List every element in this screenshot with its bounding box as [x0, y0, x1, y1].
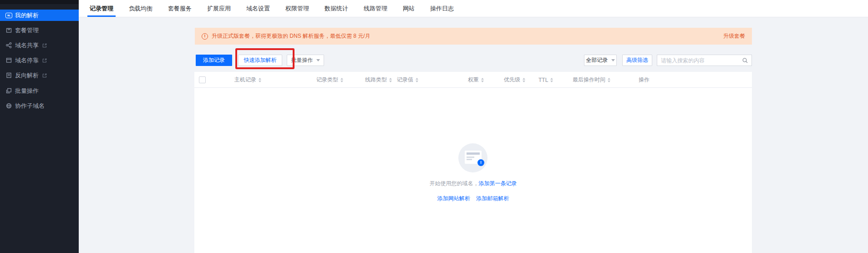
exclamation-badge: ! [477, 159, 484, 166]
sort-icon[interactable] [481, 78, 484, 82]
document-shape: ! [465, 151, 482, 164]
magnifier-icon[interactable] [742, 57, 748, 64]
copy-icon [5, 87, 12, 94]
quick-add-dns-button[interactable]: 快速添加解析 [238, 55, 282, 66]
sidebar-item-label: 域名共享 [15, 41, 39, 50]
column-host-record[interactable]: 主机记录 [234, 72, 261, 88]
sidebar-item-domain-parking[interactable]: 域名停靠 [0, 55, 79, 66]
search-input[interactable] [657, 57, 742, 64]
empty-state-links: 添加网站解析 添加邮箱解析 [194, 195, 752, 202]
sidebar-item-package-manage[interactable]: 套餐管理 [0, 25, 79, 36]
sort-icon[interactable] [523, 78, 525, 82]
chevron-down-icon [611, 59, 615, 61]
sidebar-item-label: 协作子域名 [15, 102, 45, 110]
column-record-value[interactable]: 记录值 [397, 72, 418, 88]
globe-icon [5, 102, 12, 109]
share-icon [5, 42, 12, 49]
column-actions: 操作 [639, 72, 650, 88]
tab-line-manage[interactable]: 线路管理 [356, 0, 395, 17]
search-box [657, 55, 752, 66]
empty-state-hint: 开始使用您的域名，添加第一条记录 [194, 180, 752, 187]
tab-bar: 记录管理 负载均衡 套餐服务 扩展应用 域名设置 权限管理 数据统计 线路管理 … [79, 0, 868, 17]
add-mail-dns-link[interactable]: 添加邮箱解析 [476, 195, 509, 202]
window-icon [5, 57, 12, 64]
column-line-type[interactable]: 线路类型 [365, 72, 392, 88]
external-link-icon [42, 58, 47, 63]
tab-permissions[interactable]: 权限管理 [278, 0, 317, 17]
warning-circle-icon: ! [202, 33, 208, 40]
banner-message: 升级正式版套餐，获得更极致的 DNS 解析服务，最低仅需 8 元/月 [212, 32, 371, 40]
chevron-down-icon [316, 59, 320, 61]
tab-extensions[interactable]: 扩展应用 [199, 0, 239, 17]
column-record-type[interactable]: 记录类型 [316, 72, 343, 88]
sidebar-item-reverse-dns[interactable]: 反向解析 [0, 70, 79, 81]
add-first-record-link[interactable]: 添加第一条记录 [479, 180, 517, 187]
sidebar-item-domain-share[interactable]: 域名共享 [0, 40, 79, 51]
tab-domain-settings[interactable]: 域名设置 [239, 0, 278, 17]
sort-icon[interactable] [608, 78, 610, 82]
sidebar-item-label: 域名停靠 [15, 56, 39, 65]
tab-statistics[interactable]: 数据统计 [317, 0, 356, 17]
external-link-icon [42, 43, 47, 48]
sort-icon[interactable] [340, 78, 343, 82]
column-last-operated[interactable]: 最后操作时间 [573, 72, 610, 88]
sort-icon[interactable] [389, 78, 392, 82]
upgrade-banner: ! 升级正式版套餐，获得更极致的 DNS 解析服务，最低仅需 8 元/月 升级套… [195, 28, 752, 45]
tab-operation-log[interactable]: 操作日志 [422, 0, 462, 17]
sort-icon[interactable] [416, 78, 418, 82]
document-icon [5, 72, 12, 79]
sidebar-item-collab-subdomain[interactable]: 协作子域名 [0, 100, 79, 111]
sidebar-item-label: 批量操作 [15, 87, 39, 95]
column-priority[interactable]: 优先级 [504, 72, 525, 88]
upgrade-package-link[interactable]: 升级套餐 [723, 32, 745, 40]
w-badge-icon: w. [5, 12, 12, 19]
tab-record-manage[interactable]: 记录管理 [82, 0, 121, 17]
advanced-filter-button[interactable]: 高级筛选 [622, 55, 652, 66]
sidebar-top-strip [0, 0, 79, 4]
sidebar: w. 我的解析 套餐管理 域名共享 域名停靠 [0, 0, 79, 253]
table-header-row: 主机记录 记录类型 线路类型 记录值 权重 优先级 [194, 72, 752, 88]
tab-website[interactable]: 网站 [395, 0, 422, 17]
record-filter-dropdown[interactable]: 全部记录 [584, 55, 617, 66]
package-icon [5, 27, 12, 34]
column-ttl[interactable]: TTL [538, 72, 553, 88]
sort-icon[interactable] [259, 78, 261, 82]
batch-operations-dropdown[interactable]: 批量操作 [287, 55, 324, 66]
sidebar-item-batch-ops[interactable]: 批量操作 [0, 85, 79, 96]
sidebar-item-my-dns[interactable]: w. 我的解析 [0, 10, 79, 21]
records-table: 主机记录 记录类型 线路类型 记录值 权重 优先级 [194, 72, 752, 253]
empty-records-icon: ! [458, 143, 487, 172]
add-record-button[interactable]: 添加记录 [196, 55, 232, 66]
sidebar-item-label: 反向解析 [15, 71, 39, 80]
external-link-icon [42, 73, 47, 78]
sidebar-item-label: 套餐管理 [15, 26, 39, 35]
dns-console-page: w. 我的解析 套餐管理 域名共享 域名停靠 [0, 0, 868, 253]
tab-load-balance[interactable]: 负载均衡 [121, 0, 160, 17]
tab-package-service[interactable]: 套餐服务 [160, 0, 199, 17]
sort-icon[interactable] [550, 78, 553, 82]
select-all-checkbox[interactable] [199, 76, 206, 83]
column-weight[interactable]: 权重 [468, 72, 484, 88]
add-website-dns-link[interactable]: 添加网站解析 [437, 195, 470, 202]
sidebar-item-label: 我的解析 [15, 11, 39, 20]
